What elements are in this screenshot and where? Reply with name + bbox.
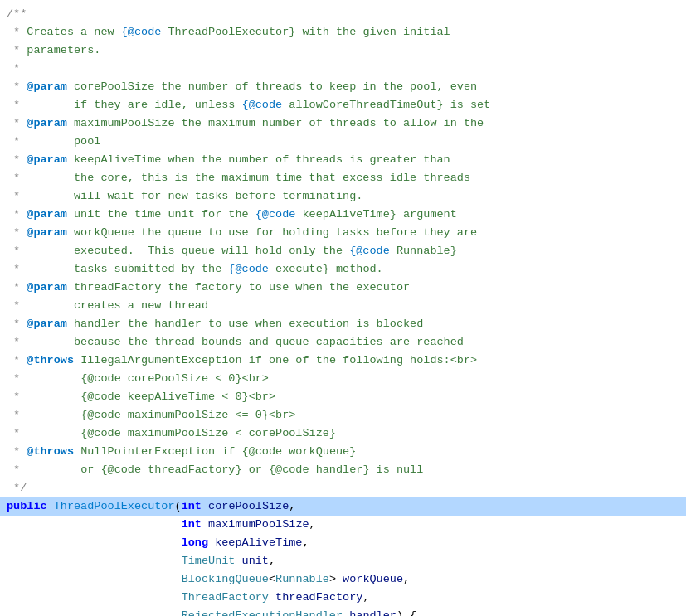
comment-body: {@code keepAliveTime < 0}<br> <box>80 389 275 406</box>
code-tag: {@code <box>242 97 289 114</box>
generic-open: < <box>269 571 275 589</box>
comment-star: * <box>7 444 27 461</box>
code-tag: {@code <box>228 261 275 279</box>
comment-body: or {@code threadFactory} or {@code handl… <box>80 462 423 479</box>
space <box>202 517 208 534</box>
code-line-27: */ <box>0 479 686 497</box>
comment-star: * <box>7 133 74 151</box>
param-tag: @param <box>27 316 67 333</box>
indent <box>7 535 182 552</box>
code-line-28: public ThreadPoolExecutor(int corePoolSi… <box>0 497 686 516</box>
code-line-21: * {@code corePoolSize < 0}<br> <box>0 370 686 388</box>
comment-star: * <box>7 170 74 187</box>
comment-body: Runnable} <box>397 243 457 260</box>
code-line-5: * @param corePoolSize the number of thre… <box>0 78 686 96</box>
code-line-23: * {@code maximumPoolSize <= 0}<br> <box>0 406 686 424</box>
param-name: maximumPoolSize <box>208 517 309 534</box>
comment-body: executed. This queue will hold only the <box>74 243 349 260</box>
punct: , <box>403 571 410 589</box>
comment-body: ThreadPoolExecutor} with the given initi… <box>168 24 450 41</box>
comment-body: maximumPoolSize the maximum number of th… <box>67 115 484 133</box>
comment-star: * <box>7 152 27 169</box>
comment-body: Creates a new <box>27 24 120 41</box>
param-name: threadFactory <box>275 589 362 607</box>
code-line-6: * if they are idle, unless {@code allowC… <box>0 96 686 114</box>
type-rejectedexecutionhandler: RejectedExecutionHandler <box>182 608 343 616</box>
comment-star: * <box>7 352 27 370</box>
code-line-18: * @param handler the handler to use when… <box>0 315 686 333</box>
comment-text: * <box>7 61 20 78</box>
indent <box>7 553 182 570</box>
code-line-17: * creates a new thread <box>0 297 686 315</box>
comment-star: * <box>7 334 74 352</box>
code-line-4: * <box>0 60 686 78</box>
code-container: /** * Creates a new {@code ThreadPoolExe… <box>0 0 686 616</box>
code-line-29: int maximumPoolSize, <box>0 516 686 534</box>
comment-body: {@code maximumPoolSize <= 0}<br> <box>80 407 295 424</box>
comment-body: keepAliveTime} argument <box>302 206 456 224</box>
comment-body: allowCoreThreadTimeOut} is set <box>289 97 490 114</box>
comment-body: will wait for new tasks before terminati… <box>74 188 362 206</box>
comment-body: IllegalArgumentException if one of the f… <box>74 352 477 370</box>
comment-text: * <box>7 42 27 60</box>
comment-body: keepAliveTime when the number of threads… <box>67 152 450 169</box>
space <box>208 535 215 552</box>
code-line-14: * executed. This queue will hold only th… <box>0 242 686 260</box>
indent <box>7 517 182 534</box>
type-timeunit: TimeUnit <box>182 553 236 570</box>
comment-text: * <box>7 24 27 41</box>
param-tag: @param <box>27 152 67 169</box>
type-blockingqueue: BlockingQueue <box>182 571 269 589</box>
comment-body: handler the handler to use when executio… <box>67 316 423 333</box>
keyword-public: public <box>7 498 47 516</box>
space <box>336 571 343 589</box>
comment-text: */ <box>7 480 27 497</box>
code-line-24: * {@code maximumPoolSize < corePoolSize} <box>0 424 686 443</box>
comment-star: * <box>7 407 80 424</box>
code-line-25: * @throws NullPointerException if {@code… <box>0 443 686 461</box>
comment-text: /** <box>7 6 27 23</box>
code-line-26: * or {@code threadFactory} or {@code han… <box>0 461 686 479</box>
code-line-2: * Creates a new {@code ThreadPoolExecuto… <box>0 23 686 41</box>
punct: ) { <box>397 608 416 616</box>
code-line-22: * {@code keepAliveTime < 0}<br> <box>0 388 686 406</box>
code-line-30: long keepAliveTime, <box>0 534 686 552</box>
indent <box>7 571 182 589</box>
param-tag: @param <box>27 115 67 133</box>
comment-body: threadFactory the factory to use when th… <box>67 279 410 297</box>
code-line-3: * parameters. <box>0 41 686 60</box>
comment-star: * <box>7 389 80 406</box>
comment-star: * <box>7 261 74 279</box>
keyword-int: int <box>182 498 202 516</box>
comment-star: * <box>7 206 27 224</box>
watermark: //blog.csdn.net/weixin_43453109 <box>509 613 686 616</box>
param-tag: @param <box>27 79 67 96</box>
comment-body: creates a new thread <box>74 298 208 315</box>
code-line-20: * @throws IllegalArgumentException if on… <box>0 352 686 370</box>
code-line-1: /** <box>0 5 686 23</box>
punct: , <box>362 589 369 607</box>
comment-star: * <box>7 97 74 114</box>
comment-star: * <box>7 316 27 333</box>
comment-star: * <box>7 279 27 297</box>
keyword-int: int <box>182 517 202 534</box>
comment-body: {@code maximumPoolSize < corePoolSize} <box>80 425 336 443</box>
space <box>47 498 54 516</box>
comment-star: * <box>7 188 74 206</box>
param-tag: @param <box>27 279 67 297</box>
code-tag: {@code <box>349 243 397 260</box>
code-line-33: ThreadFactory threadFactory, <box>0 589 686 607</box>
code-line-9: * @param keepAliveTime when the number o… <box>0 151 686 169</box>
space <box>202 498 208 516</box>
space <box>343 608 349 616</box>
param-tag: @param <box>27 225 67 242</box>
generic-close: > <box>329 571 336 589</box>
param-name: handler <box>349 608 397 616</box>
code-tag: {@code <box>121 24 168 41</box>
comment-star: * <box>7 298 74 315</box>
code-line-15: * tasks submitted by the {@code execute}… <box>0 260 686 279</box>
throws-tag: @throws <box>27 444 74 461</box>
punct: , <box>309 517 316 534</box>
type-runnable: Runnable <box>275 571 329 589</box>
class-name: ThreadPoolExecutor <box>54 498 175 516</box>
